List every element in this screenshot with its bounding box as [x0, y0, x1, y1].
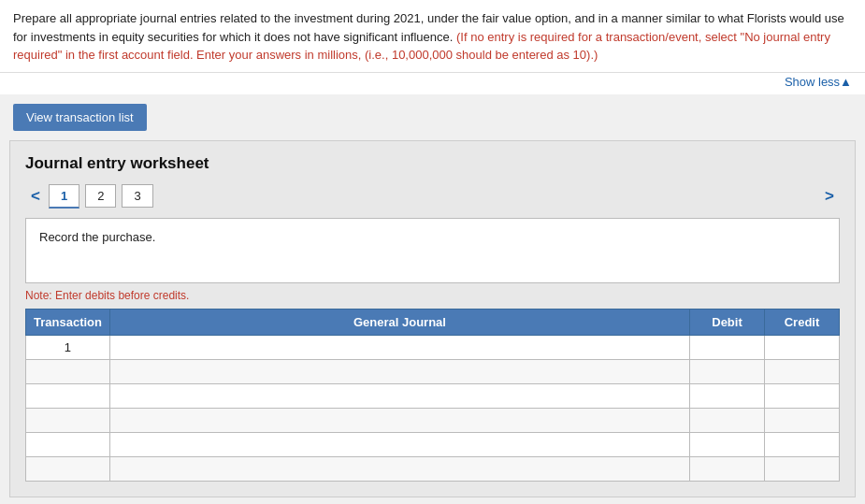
debit-input-2[interactable]: [690, 360, 764, 382]
transaction-cell-3: [26, 383, 110, 408]
debit-input-3[interactable]: [690, 384, 764, 407]
credit-input-1[interactable]: [765, 336, 839, 358]
gj-cell-2[interactable]: [109, 359, 689, 383]
gj-input-6[interactable]: [110, 457, 689, 480]
gj-cell-4[interactable]: [109, 408, 689, 432]
transaction-cell-1: 1: [26, 335, 110, 359]
view-transaction-button[interactable]: View transaction list: [13, 104, 147, 131]
debit-cell-6[interactable]: [690, 456, 765, 481]
header-credit: Credit: [765, 309, 840, 335]
credit-cell-5[interactable]: [765, 432, 840, 456]
credit-cell-2[interactable]: [765, 359, 840, 383]
credit-input-2[interactable]: [765, 360, 839, 382]
debit-input-6[interactable]: [690, 457, 764, 480]
credit-input-6[interactable]: [765, 457, 839, 480]
table-row: [26, 383, 840, 408]
transaction-cell-2: [26, 359, 110, 383]
debit-cell-1[interactable]: [690, 335, 765, 359]
credit-cell-3[interactable]: [765, 383, 840, 408]
credit-input-5[interactable]: [765, 433, 839, 455]
tab-next-button[interactable]: >: [819, 185, 840, 208]
journal-table: Transaction General Journal Debit Credit…: [25, 309, 840, 482]
debit-cell-3[interactable]: [690, 383, 765, 408]
gj-input-4[interactable]: [110, 409, 689, 431]
show-less-link[interactable]: Show less▲: [785, 75, 852, 89]
gj-cell-5[interactable]: [109, 432, 689, 456]
debit-cell-4[interactable]: [690, 408, 765, 432]
gj-cell-1[interactable]: [109, 335, 689, 359]
gj-input-3[interactable]: [110, 384, 689, 407]
transaction-cell-6: [26, 456, 110, 481]
worksheet-container: Journal entry worksheet < 1 2 3 > Record…: [9, 140, 856, 497]
header-transaction: Transaction: [26, 309, 110, 335]
note-text: Note: Enter debits before credits.: [25, 289, 840, 302]
transaction-cell-4: [26, 408, 110, 432]
debit-cell-5[interactable]: [690, 432, 765, 456]
credit-cell-4[interactable]: [765, 408, 840, 432]
tab-1[interactable]: 1: [49, 184, 79, 209]
table-row: [26, 408, 840, 432]
credit-cell-6[interactable]: [765, 456, 840, 481]
credit-input-4[interactable]: [765, 409, 839, 431]
gj-cell-6[interactable]: [109, 456, 689, 481]
tab-3[interactable]: 3: [122, 184, 152, 208]
debit-input-4[interactable]: [690, 409, 764, 431]
table-row: [26, 432, 840, 456]
table-row: [26, 359, 840, 383]
header-debit: Debit: [690, 309, 765, 335]
gj-cell-3[interactable]: [109, 383, 689, 408]
table-row: [26, 456, 840, 481]
debit-cell-2[interactable]: [690, 359, 765, 383]
debit-input-5[interactable]: [690, 433, 764, 455]
record-box: Record the purchase.: [25, 218, 840, 283]
tab-prev-button[interactable]: <: [25, 185, 46, 208]
tab-2[interactable]: 2: [85, 184, 116, 208]
credit-input-3[interactable]: [765, 384, 839, 407]
gj-input-1[interactable]: [110, 336, 689, 358]
gj-input-2[interactable]: [110, 360, 689, 382]
transaction-cell-5: [26, 432, 110, 456]
tabs-row: < 1 2 3 >: [25, 184, 840, 209]
worksheet-title: Journal entry worksheet: [25, 154, 840, 173]
record-text: Record the purchase.: [39, 230, 155, 244]
instructions-section: Prepare all appropriate journal entries …: [0, 0, 865, 94]
debit-input-1[interactable]: [690, 336, 764, 358]
table-row: 1: [26, 335, 840, 359]
header-general-journal: General Journal: [109, 309, 689, 335]
credit-cell-1[interactable]: [765, 335, 840, 359]
gj-input-5[interactable]: [110, 433, 689, 455]
